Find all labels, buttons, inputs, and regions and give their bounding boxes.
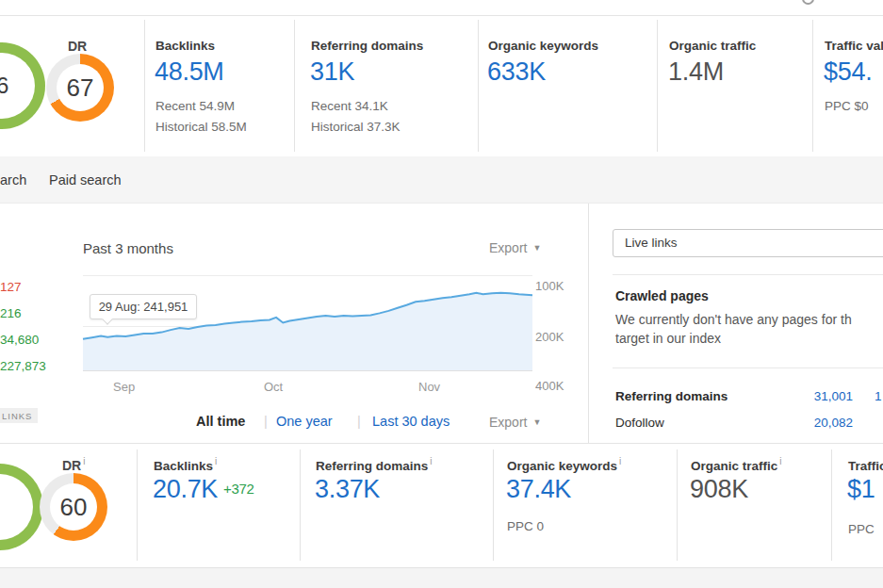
info-icon[interactable]: i: [83, 456, 85, 466]
metric-sub-ppc: PPC $0: [825, 99, 869, 113]
dr-value-bottom: 60: [40, 473, 107, 541]
dr-gauge-top: 67: [46, 54, 114, 122]
range-one-year[interactable]: One year: [276, 414, 333, 429]
metric-sub-historical: Historical 58.5M: [155, 120, 247, 134]
side-stat-total-2: 227,873: [0, 359, 46, 373]
metric-label-keywords: Organic keywordsi: [507, 456, 621, 473]
chart-title: Past 3 months: [83, 240, 173, 256]
metric-value-backlinks[interactable]: 20.7K+372: [153, 475, 254, 504]
metric-sub-ppc: PPC: [848, 522, 875, 536]
dr-label-top: DR: [68, 39, 87, 54]
bottom-metrics-row: DRi 60 Backlinksi 20.7K+372 Referring do…: [0, 443, 883, 567]
ur-score-fragment: 6: [0, 42, 45, 129]
info-icon[interactable]: i: [779, 456, 781, 466]
info-icon[interactable]: i: [619, 456, 621, 466]
gauge-hole: [0, 474, 33, 540]
metric-label-keywords: Organic keywords: [488, 39, 598, 53]
info-icon[interactable]: i: [430, 456, 432, 466]
metric-value-traffic-value[interactable]: $1: [847, 475, 875, 504]
divider: [677, 449, 678, 561]
range-separator: |: [264, 414, 268, 429]
crawled-pages-title: Crawled pages: [615, 288, 709, 303]
top-metrics-row: 6 DR 67 Backlinks 48.5M Recent 54.9M His…: [0, 15, 883, 155]
refdomains-row-value[interactable]: 31,001: [814, 389, 853, 403]
divider: [493, 449, 494, 561]
referring-domains-chart[interactable]: [83, 275, 532, 370]
metric-value-refdomains[interactable]: 31K: [310, 57, 354, 87]
divider: [613, 274, 883, 275]
side-stat-new: 216: [0, 306, 22, 320]
metric-value-backlinks[interactable]: 48.5M: [155, 57, 224, 87]
label-text: Organic traffic: [691, 459, 777, 473]
divider: [812, 20, 813, 152]
metric-label-backlinks: Backlinks: [155, 39, 215, 53]
divider: [831, 449, 832, 561]
metric-value-traffic-value[interactable]: $54.: [824, 57, 872, 87]
metric-label-traffic: Organic traffici: [691, 456, 782, 473]
chevron-down-icon: ▼: [532, 243, 541, 253]
tab-organic-search-cut[interactable]: arch: [0, 172, 26, 188]
metric-sub-historical: Historical 37.3K: [311, 120, 401, 134]
refdomains-row: Referring domains 31,001: [615, 389, 853, 403]
y-tick-100k: 100K: [535, 279, 564, 293]
metric-label-traffic-value: Traffic value: [825, 39, 883, 53]
gear-icon[interactable]: [802, 0, 814, 5]
divider: [613, 368, 883, 368]
tooltip-text: 29 Aug: 241,951: [99, 300, 188, 314]
chevron-down-icon: ▼: [532, 417, 541, 427]
label-text: Referring domains: [316, 459, 428, 473]
section-footer-band: [0, 567, 883, 588]
metric-sub-recent: Recent 54.9M: [155, 99, 235, 113]
range-separator: |: [357, 414, 361, 429]
dofollow-row-label: Dofollow: [615, 416, 664, 430]
chart-svg: [83, 275, 532, 370]
report-tabs: arch Paid search: [0, 156, 883, 204]
chart-tooltip: 29 Aug: 241,951: [90, 294, 197, 319]
value-text: 20.7K: [153, 475, 218, 503]
metric-value-traffic: 1.4M: [668, 57, 724, 87]
export-label: Export: [489, 415, 527, 430]
axis-baseline: [83, 370, 532, 371]
export-label: Export: [489, 240, 527, 255]
label-text: Backlinks: [154, 459, 213, 473]
metric-label-refdomains: Referring domainsi: [316, 456, 433, 473]
metric-value-traffic: 908K: [690, 475, 748, 504]
dofollow-row: Dofollow 20,082: [615, 416, 853, 430]
divider: [294, 20, 295, 152]
side-stat-total-1: 34,680: [0, 333, 39, 347]
metric-label-backlinks: Backlinksi: [154, 456, 217, 473]
range-all-time[interactable]: All time: [196, 414, 245, 429]
x-tick-nov: Nov: [418, 380, 440, 394]
x-tick-oct: Oct: [264, 380, 283, 394]
live-links-value: Live links: [625, 236, 678, 250]
metric-value-keywords[interactable]: 37.4K: [506, 475, 571, 504]
x-tick-sep: Sep: [113, 380, 135, 394]
chart-export-button[interactable]: Export▼: [489, 240, 541, 255]
backlinks-badge-fragment: LINKS: [0, 408, 38, 423]
ahrefs-dashboard: 6 DR 67 Backlinks 48.5M Recent 54.9M His…: [0, 0, 883, 588]
delta-badge: +372: [223, 481, 254, 497]
lower-export-button[interactable]: Export▼: [489, 415, 541, 430]
metric-value-keywords[interactable]: 633K: [487, 57, 546, 87]
info-icon[interactable]: i: [215, 456, 217, 466]
divider: [657, 20, 658, 152]
metric-label-traffic-value: Traffic valuei: [848, 456, 883, 473]
y-tick-400k: 400K: [535, 379, 564, 393]
dofollow-row-value[interactable]: 20,082: [814, 416, 853, 430]
metric-value-refdomains[interactable]: 3.37K: [315, 475, 380, 504]
side-stat-lost: 127: [0, 280, 22, 294]
metric-label-refdomains: Referring domains: [311, 39, 423, 53]
tab-paid-search[interactable]: Paid search: [49, 172, 122, 188]
ur-gauge-top: 6: [0, 42, 45, 129]
metric-sub-recent: Recent 34.1K: [311, 99, 388, 113]
dr-label-text: DR: [62, 458, 81, 473]
refdomains-percent-fragment: 1: [875, 389, 882, 403]
live-links-select[interactable]: Live links: [613, 229, 883, 257]
dr-value-top: 67: [46, 54, 114, 122]
ur-gauge-bottom: [0, 464, 43, 550]
range-last-30-days[interactable]: Last 30 days: [372, 414, 450, 429]
divider: [144, 20, 145, 152]
y-tick-200k: 200K: [535, 330, 564, 344]
crawled-pages-text-line2: target in our index: [615, 331, 883, 346]
metric-label-traffic: Organic traffic: [669, 39, 756, 53]
